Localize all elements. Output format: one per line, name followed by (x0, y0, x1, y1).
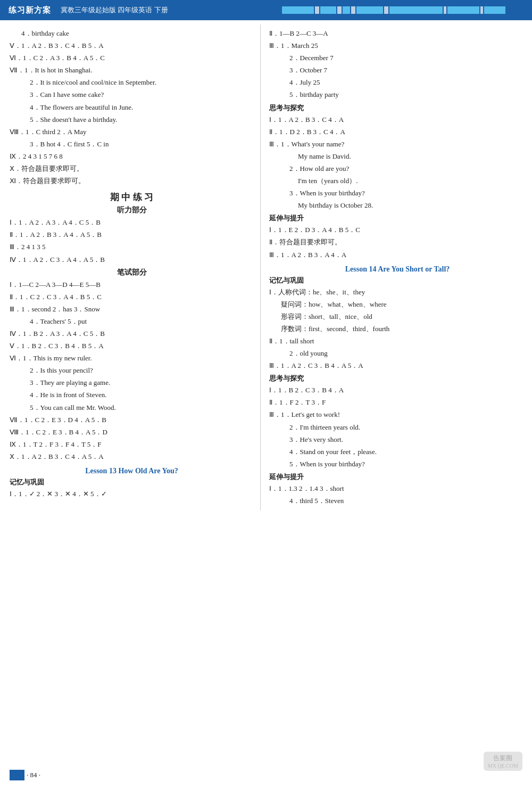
list-item: Ⅷ．1．C third 2．A May (10, 126, 254, 138)
list-item: Ⅲ．1．second 2．has 3．Snow (10, 303, 254, 315)
list-item: Ⅰ．1—C 2—A 3—D 4—E 5—B (10, 279, 254, 291)
list-item: Ⅶ．1．It is hot in Shanghai. (10, 64, 254, 76)
list-item: 5．birthday party (269, 89, 526, 101)
section-label: 记忆与巩固 (10, 478, 254, 487)
list-item: 4．July 25 (269, 77, 526, 88)
list-item: 3．B hot 4．C first 5．C in (10, 138, 254, 150)
list-item: 3．They are playing a game. (10, 377, 254, 389)
list-item: 疑问词：how、what、when、where (269, 299, 526, 310)
list-item: Ⅲ．1．March 25 (269, 40, 526, 52)
footer-blue-box (10, 770, 24, 780)
list-item: Ⅴ．1．A 2．B 3．C 4．B 5．A (10, 40, 254, 52)
list-item: Ⅲ．1．A 2．C 3．B 4．A 5．A (269, 360, 526, 372)
list-item: Ⅳ．1．B 2．A 3．A 4．C 5．B (10, 328, 254, 340)
main-content: 4．birthday cakeⅤ．1．A 2．B 3．C 4．B 5．AⅥ．1．… (0, 20, 532, 515)
list-item: Ⅹ．符合题目要求即可。 (10, 163, 254, 175)
list-item: 2．December 7 (269, 52, 526, 64)
list-item: Ⅱ．1．D 2．B 3．C 4．A (269, 126, 526, 138)
list-item: Ⅱ．符合题目要求即可。 (269, 236, 526, 248)
list-item: Ⅱ．1．tall short (269, 335, 526, 347)
list-item: Ⅲ．1．A 2．B 3．A 4．A (269, 249, 526, 261)
list-item: Ⅸ．1．T 2．F 3．F 4．T 5．F (10, 439, 254, 450)
list-item: Ⅶ．1．C 2．E 3．D 4．A 5．B (10, 414, 254, 426)
list-item: Ⅰ．人称代词：he、she、it、they (269, 286, 526, 298)
list-item: Ⅲ．1．What's your name? (269, 138, 526, 150)
list-item: Ⅱ．1—B 2—C 3—A (269, 28, 526, 39)
list-item: 4．Stand on your feet，please. (269, 446, 526, 458)
page-footer: · 84 · (10, 770, 40, 780)
page-number: · 84 · (27, 771, 40, 779)
list-item: Ⅵ．1．C 2．A 3．B 4．A 5．C (10, 52, 254, 64)
right-column: Ⅱ．1—B 2—C 3—AⅢ．1．March 252．December 73．O… (261, 24, 532, 511)
list-item: Ⅱ．1．C 2．C 3．A 4．B 5．C (10, 291, 254, 303)
list-item: 3．October 7 (269, 64, 526, 76)
list-item: Ⅲ．2 4 1 3 5 (10, 241, 254, 253)
list-item: 5．You can call me Mr. Wood. (10, 402, 254, 414)
page: 练习新方案 冀教三年级起始版 四年级英语 下册 4．birthday (0, 0, 532, 790)
header-decoration (277, 0, 532, 20)
list-item: 2．old young (269, 348, 526, 359)
list-item: Ⅱ．1．A 2．B 3．A 4．A 5．B (10, 229, 254, 241)
list-item: 5．She doesn't have a birthday. (10, 114, 254, 126)
list-item: 4．Teachers' 5．put (10, 316, 254, 327)
section-label: 思考与探究 (269, 374, 526, 383)
header-title: 练习新方案 (9, 5, 51, 15)
list-item: My name is David. (269, 151, 526, 162)
list-item: Ⅰ．1．✓ 2．✕ 3．✕ 4．✕ 5．✓ (10, 488, 254, 500)
section-label: 延伸与提升 (269, 213, 526, 223)
list-item: Ⅷ．1．C 2．E 3．B 4．A 5．D (10, 426, 254, 438)
list-item: 2．Is this your pencil? (10, 365, 254, 376)
list-item: 5．When is your birthday? (269, 458, 526, 470)
list-item: 4．birthday cake (10, 28, 254, 39)
list-item: Ⅰ．1．A 2．B 3．C 4．A (269, 114, 526, 126)
list-item: Ⅴ．1．B 2．C 3．B 4．B 5．A (10, 340, 254, 352)
lesson-title: Lesson 14 Are You Short or Tall? (269, 265, 526, 274)
list-item: Ⅲ．1．Let's get to work! (269, 409, 526, 421)
list-item: Ⅱ．1．F 2．T 3．F (269, 397, 526, 408)
list-item: 形容词：short、tall、nice、old (269, 311, 526, 323)
list-item: 2．How old are you? (269, 163, 526, 175)
subsection-title: 听力部分 (10, 205, 254, 215)
list-item: 4．He is in front of Steven. (10, 389, 254, 401)
list-item: 3．Can I have some cake? (10, 89, 254, 101)
list-item: I'm ten（years old）. (269, 175, 526, 187)
list-item: Ⅸ．2 4 3 1 5 7 6 8 (10, 151, 254, 162)
watermark: 告案圈 MX QE.COM (484, 752, 522, 771)
list-item: Ⅳ．1．A 2．C 3．A 4．A 5．B (10, 254, 254, 266)
section-title: 期 中 练 习 (10, 191, 254, 203)
subsection-title: 笔试部分 (10, 268, 254, 277)
lesson-title: Lesson 13 How Old Are You? (10, 467, 254, 475)
list-item: 4．third 5．Steven (269, 495, 526, 507)
list-item: 序数词：first、second、third、fourth (269, 323, 526, 335)
list-item: Ⅺ．符合题目要求即可。 (10, 175, 254, 187)
list-item: Ⅰ．1．1.3 2．1.4 3．short (269, 483, 526, 495)
list-item: My birthday is October 28. (269, 200, 526, 211)
list-item: 3．He's very short. (269, 434, 526, 446)
left-column: 4．birthday cakeⅤ．1．A 2．B 3．C 4．B 5．AⅥ．1．… (0, 24, 261, 511)
list-item: Ⅹ．1．A 2．B 3．C 4．A 5．A (10, 451, 254, 463)
list-item: 4．The flowers are beautiful in June. (10, 102, 254, 113)
footer: · 84 · 告案圈 MX QE.COM (0, 770, 532, 780)
section-label: 延伸与提升 (269, 472, 526, 482)
list-item: 2．It is nice/cool and cool/nice in Septe… (10, 77, 254, 88)
list-item: 2．I'm thirteen years old. (269, 422, 526, 433)
list-item: Ⅰ．1．E 2．D 3．A 4．B 5．C (269, 224, 526, 236)
list-item: 3．When is your birthday? (269, 187, 526, 199)
section-label: 记忆与巩固 (269, 276, 526, 285)
list-item: Ⅰ．1．B 2．C 3．B 4．A (269, 384, 526, 396)
list-item: Ⅵ．1．This is my new ruler. (10, 352, 254, 364)
list-item: Ⅰ．1．A 2．A 3．A 4．C 5．B (10, 217, 254, 228)
section-label: 思考与探究 (269, 103, 526, 113)
header: 练习新方案 冀教三年级起始版 四年级英语 下册 (0, 0, 532, 20)
header-subtitle: 冀教三年级起始版 四年级英语 下册 (61, 5, 168, 15)
